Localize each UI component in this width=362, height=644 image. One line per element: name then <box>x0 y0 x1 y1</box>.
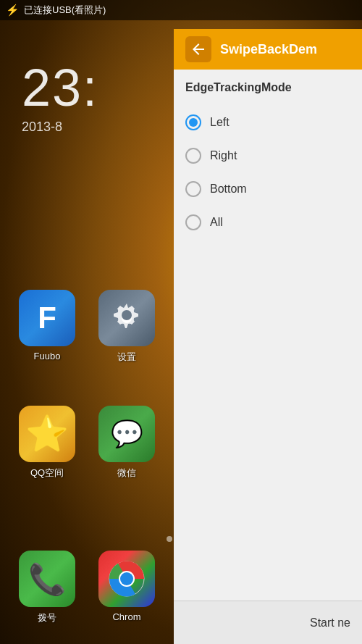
time-display: 23: <box>22 58 98 117</box>
radio-right-label: Right <box>210 149 237 162</box>
fuubo-icon: F <box>19 290 75 346</box>
svg-point-4 <box>120 572 133 585</box>
radio-option-right[interactable]: Right <box>185 139 350 172</box>
settings-icon <box>98 290 155 346</box>
date-display: 2013-8 <box>22 120 62 135</box>
dot-1 <box>167 536 172 542</box>
app-grid-row2: ⭐ QQ空间 💬 微信 <box>14 406 159 480</box>
phone-label: 拨号 <box>38 611 56 624</box>
app-phone[interactable]: 📞 拨号 <box>14 551 80 624</box>
app-grid-row3: 📞 拨号 Chrom <box>14 551 159 624</box>
chrome-icon <box>98 551 155 607</box>
app-fuubo[interactable]: F Fuubo <box>14 290 80 364</box>
status-bar-text: 已连接USB(看照片) <box>24 4 106 17</box>
panel-content: EdgeTrackingMode Left Right Bottom All <box>174 70 362 601</box>
radio-all-circle <box>185 214 201 230</box>
qq-icon: ⭐ <box>19 406 75 462</box>
edge-tracking-label: EdgeTrackingMode <box>185 81 350 94</box>
radio-left-circle <box>185 114 201 130</box>
radio-option-bottom[interactable]: Bottom <box>185 172 350 206</box>
radio-option-all[interactable]: All <box>185 206 350 239</box>
wechat-icon: 💬 <box>98 406 155 462</box>
app-chrome[interactable]: Chrom <box>94 551 159 624</box>
radio-right-circle <box>185 148 201 164</box>
chrome-label: Chrom <box>112 611 140 622</box>
radio-left-label: Left <box>210 116 230 129</box>
app-wechat[interactable]: 💬 微信 <box>94 406 159 480</box>
app-settings[interactable]: 设置 <box>94 290 159 364</box>
radio-bottom-circle <box>185 181 201 197</box>
radio-option-left[interactable]: Left <box>185 106 350 139</box>
app-grid-row1: F Fuubo 设置 <box>14 290 159 364</box>
panel-header: SwipeBackDem <box>174 29 362 70</box>
app-qq[interactable]: ⭐ QQ空间 <box>14 406 80 480</box>
svg-point-1 <box>122 310 132 320</box>
settings-label: 设置 <box>117 351 136 364</box>
radio-all-label: All <box>210 216 223 229</box>
phone-icon: 📞 <box>19 551 75 607</box>
panel-header-icon <box>185 36 211 62</box>
wechat-label: 微信 <box>117 467 136 480</box>
radio-bottom-label: Bottom <box>210 183 247 196</box>
overlay-panel: SwipeBackDem EdgeTrackingMode Left Right… <box>174 29 362 644</box>
fuubo-label: Fuubo <box>34 351 61 361</box>
usb-icon: ⚡ <box>6 4 20 17</box>
panel-footer: Start ne <box>174 601 362 644</box>
start-new-button[interactable]: Start ne <box>310 616 350 630</box>
panel-title: SwipeBackDem <box>220 42 317 57</box>
qq-label: QQ空间 <box>30 467 64 480</box>
status-bar: ⚡ 已连接USB(看照片) <box>0 0 362 20</box>
